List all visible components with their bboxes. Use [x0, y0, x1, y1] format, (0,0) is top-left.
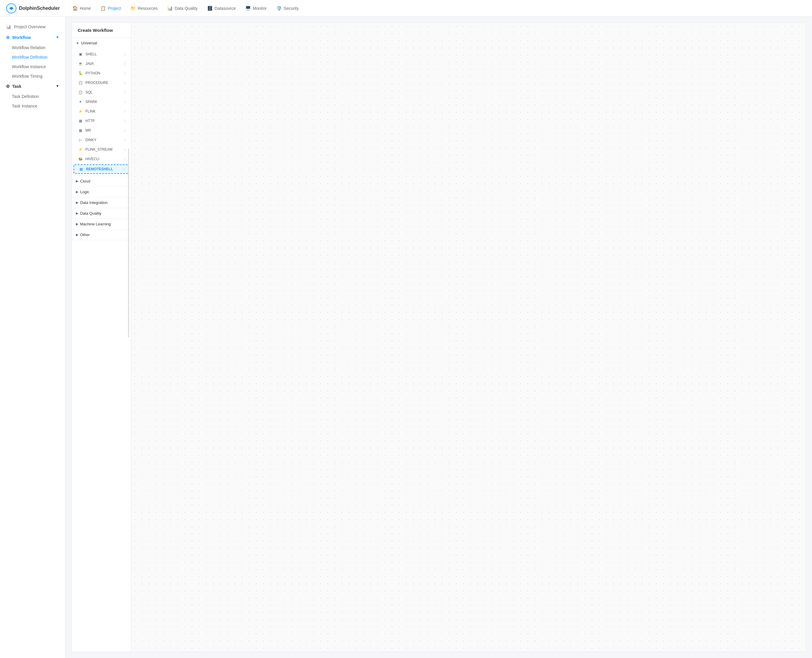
project-overview-icon: 📊: [6, 24, 11, 29]
task-categories: ▼Universal ▣ SHELL ☆ ☕ JAVA ☆ 🐍 PYTHON ☆: [72, 38, 131, 240]
task-category-data-quality: ▶Data Quality: [72, 208, 131, 219]
task-icon-remoteshell: ▦: [78, 166, 84, 172]
task-icon-flink-stream: ⚡: [78, 147, 83, 152]
task-category-header-other[interactable]: ▶Other: [72, 230, 131, 240]
task-item-flink-stream[interactable]: ⚡ FLINK_STREAM ☆: [72, 145, 131, 154]
task-name-python: PYTHON: [85, 71, 100, 75]
monitor-icon: 🖥️: [245, 6, 251, 11]
category-label-universal: Universal: [81, 41, 97, 45]
security-icon: 🛡️: [276, 6, 282, 11]
task-star-hivecli[interactable]: ☆: [123, 157, 127, 161]
task-item-mr[interactable]: ▦ MR ☆: [72, 125, 131, 135]
sidebar-item-workflow-relation[interactable]: Workflow Relation: [0, 43, 65, 52]
task-item-java[interactable]: ☕ JAVA ☆: [72, 59, 131, 69]
task-name-flink-stream: FLINK_STREAM: [85, 147, 113, 152]
task-icon-spark: ✦: [78, 99, 83, 105]
sidebar-item-task-instance[interactable]: Task Instance: [0, 101, 65, 111]
sidebar-item-project-overview[interactable]: 📊 Project Overview: [0, 22, 65, 32]
nav-item-project[interactable]: 📋Project: [96, 4, 125, 13]
task-icon-sql: 📋: [78, 89, 83, 95]
task-star-remoteshell[interactable]: ☆: [122, 167, 126, 171]
nav-item-datasource[interactable]: 🗄️Datasource: [203, 4, 240, 13]
task-name-shell: SHELL: [85, 52, 97, 56]
sidebar: 📊 Project Overview ⚙ Workflow ▲ Workflow…: [0, 17, 66, 658]
task-star-mr[interactable]: ☆: [123, 128, 127, 133]
app-name: DolphinScheduler: [19, 6, 60, 11]
task-name-procedure: PROCEDURE: [85, 81, 108, 85]
nav-item-resources[interactable]: 📁Resources: [126, 4, 162, 13]
workflow-canvas[interactable]: [131, 23, 806, 652]
main-content: Create Workflow ▼Universal ▣ SHELL ☆ ☕ J…: [66, 17, 812, 658]
category-chevron-machine-learning: ▶: [76, 222, 78, 226]
task-category-other: ▶Other: [72, 230, 131, 240]
svg-point-1: [10, 7, 13, 9]
sidebar-item-task-definition[interactable]: Task Definition: [0, 92, 65, 101]
category-chevron-universal: ▼: [76, 41, 79, 45]
task-star-flink-stream[interactable]: ☆: [123, 147, 127, 152]
task-category-logic: ▶Logic: [72, 187, 131, 197]
category-label-cloud: Cloud: [80, 179, 90, 183]
sidebar-item-workflow-definition[interactable]: Workflow Definition: [0, 52, 65, 62]
task-icon: ⚙: [6, 84, 10, 89]
app-logo[interactable]: DolphinScheduler: [6, 3, 60, 14]
task-chevron: ▲: [56, 84, 59, 88]
task-star-http[interactable]: ☆: [123, 119, 127, 123]
task-category-cloud: ▶Cloud: [72, 176, 131, 187]
task-icon-mr: ▦: [78, 128, 83, 133]
task-item-spark[interactable]: ✦ SPARK ☆: [72, 97, 131, 107]
task-category-header-universal[interactable]: ▼Universal: [72, 38, 131, 48]
resources-icon: 📁: [130, 6, 136, 11]
category-chevron-data-quality: ▶: [76, 212, 78, 215]
task-category-header-machine-learning[interactable]: ▶Machine Learning: [72, 219, 131, 229]
task-star-spark[interactable]: ☆: [123, 100, 127, 104]
nav-label-data-quality: Data Quality: [175, 6, 198, 11]
sidebar-group-workflow[interactable]: ⚙ Workflow ▲: [0, 32, 65, 43]
task-star-dinky[interactable]: ☆: [123, 138, 127, 142]
sidebar-item-workflow-instance[interactable]: Workflow Instance: [0, 62, 65, 72]
task-star-java[interactable]: ☆: [123, 62, 127, 66]
task-category-header-cloud[interactable]: ▶Cloud: [72, 176, 131, 186]
task-icon-python: 🐍: [78, 70, 83, 76]
task-name-hivecli: HIVECLI: [85, 157, 99, 161]
task-item-procedure[interactable]: 📋 PROCEDURE ☆: [72, 78, 131, 88]
task-star-shell[interactable]: ☆: [123, 52, 127, 56]
task-star-procedure[interactable]: ☆: [123, 81, 127, 85]
category-label-logic: Logic: [80, 190, 89, 194]
sidebar-group-task[interactable]: ⚙ Task ▲: [0, 81, 65, 92]
task-sub-menu: Task DefinitionTask Instance: [0, 92, 65, 111]
task-item-flink[interactable]: ⚡ FLINK ☆: [72, 107, 131, 116]
top-navigation: DolphinScheduler 🏠Home📋Project📁Resources…: [0, 0, 812, 17]
category-chevron-data-integration: ▶: [76, 201, 78, 205]
sidebar-item-workflow-timing[interactable]: Workflow Timing: [0, 72, 65, 81]
task-item-dinky[interactable]: ▷ DINKY ☆: [72, 135, 131, 145]
category-chevron-other: ▶: [76, 233, 78, 237]
task-category-header-data-quality[interactable]: ▶Data Quality: [72, 208, 131, 219]
task-item-shell[interactable]: ▣ SHELL ☆: [72, 49, 131, 59]
task-category-data-integration: ▶Data Integration: [72, 197, 131, 208]
task-name-spark: SPARK: [85, 100, 97, 104]
nav-label-home: Home: [80, 6, 91, 11]
task-icon-http: ▦: [78, 118, 83, 124]
nav-item-security[interactable]: 🛡️Security: [272, 4, 303, 13]
task-item-remoteshell[interactable]: ▦ REMOTESHELL ☆: [74, 164, 129, 174]
workflow-chevron: ▲: [56, 35, 59, 39]
task-star-python[interactable]: ☆: [123, 71, 127, 76]
task-name-java: JAVA: [85, 62, 94, 66]
task-item-python[interactable]: 🐍 PYTHON ☆: [72, 69, 131, 78]
category-chevron-logic: ▶: [76, 190, 78, 194]
task-category-header-data-integration[interactable]: ▶Data Integration: [72, 197, 131, 208]
workflow-icon: ⚙: [6, 35, 10, 40]
task-category-header-logic[interactable]: ▶Logic: [72, 187, 131, 197]
task-item-http[interactable]: ▦ HTTP ☆: [72, 116, 131, 125]
task-item-sql[interactable]: 📋 SQL ☆: [72, 88, 131, 97]
task-item-hivecli[interactable]: 🐝 HIVECLI ☆: [72, 154, 131, 164]
nav-item-monitor[interactable]: 🖥️Monitor: [241, 4, 271, 13]
task-icon-java: ☕: [78, 61, 83, 66]
create-workflow-card: Create Workflow ▼Universal ▣ SHELL ☆ ☕ J…: [72, 23, 806, 652]
nav-item-home[interactable]: 🏠Home: [68, 4, 95, 13]
task-star-sql[interactable]: ☆: [123, 90, 127, 95]
nav-label-datasource: Datasource: [214, 6, 236, 11]
task-name-flink: FLINK: [85, 109, 95, 113]
nav-item-data-quality[interactable]: 📊Data Quality: [163, 4, 202, 13]
task-star-flink[interactable]: ☆: [123, 109, 127, 114]
